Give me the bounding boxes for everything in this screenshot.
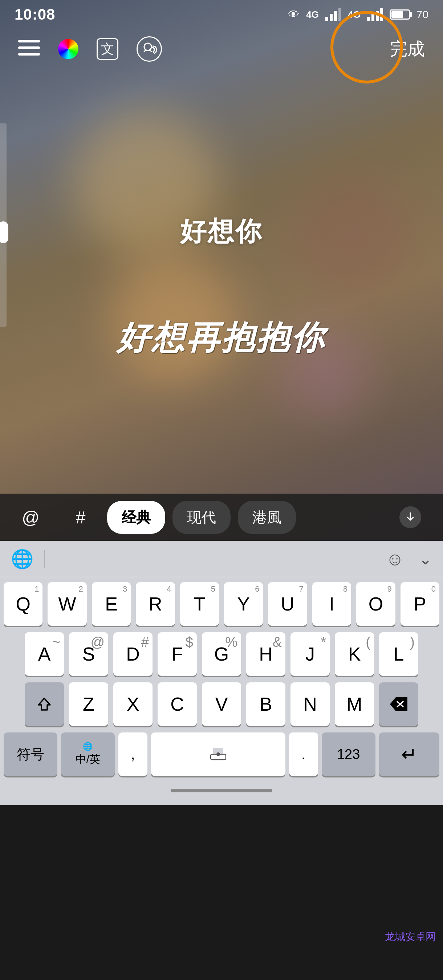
keyboard-toolbar: 🌐 ☺ ⌄ <box>0 541 443 577</box>
key-o[interactable]: 9O <box>356 582 395 626</box>
key-g[interactable]: %G <box>202 632 241 676</box>
status-icons: 👁 4G 4G 70 <box>288 8 429 21</box>
key-return[interactable]: ↵ <box>379 732 439 776</box>
emoji-icon[interactable]: ☺ <box>386 549 404 570</box>
svg-rect-9 <box>18 46 40 49</box>
status-bar: 10:08 👁 4G 4G 70 <box>0 0 443 29</box>
color-picker-icon[interactable] <box>58 39 78 59</box>
key-y[interactable]: 6Y <box>224 582 263 626</box>
svg-rect-6 <box>376 11 379 21</box>
done-button[interactable]: 完成 <box>390 37 425 60</box>
key-a[interactable]: ~A <box>25 632 64 676</box>
key-x[interactable]: X <box>113 682 153 726</box>
toolbar: 文 完成 <box>0 29 443 69</box>
svg-rect-10 <box>18 53 40 56</box>
signal-4g-2-icon: 4G <box>348 9 360 20</box>
keyboard-area: 🌐 ☺ ⌄ 1Q 2W 3E 4R 5T 6Y 7U 8I 9O 0P ~A @… <box>0 541 443 805</box>
battery-fill <box>392 11 403 18</box>
key-v[interactable]: V <box>202 682 241 726</box>
key-e[interactable]: 3E <box>92 582 131 626</box>
font-download-button[interactable] <box>400 506 421 528</box>
main-content: 好想你 好想再抱抱你 <box>0 0 443 555</box>
key-q[interactable]: 1Q <box>4 582 43 626</box>
key-k[interactable]: (K <box>335 632 374 676</box>
key-z[interactable]: Z <box>69 682 108 726</box>
voice-ai-icon[interactable] <box>137 36 162 62</box>
eye-icon: 👁 <box>288 8 300 21</box>
key-s[interactable]: @S <box>69 632 108 676</box>
lyric-text-2[interactable]: 好想再抱抱你 <box>117 316 326 360</box>
keyboard-globe-icon[interactable]: 🌐 <box>11 549 33 570</box>
toolbar-left: 文 <box>18 36 162 62</box>
key-row-4: 符号 🌐 中/英 , . 123 ↵ <box>4 732 439 776</box>
key-t[interactable]: 5T <box>180 582 219 626</box>
svg-point-12 <box>153 51 155 53</box>
font-modern-button[interactable]: 现代 <box>172 501 231 534</box>
key-lang[interactable]: 🌐 中/英 <box>61 732 115 776</box>
key-row-2: ~A @S #D $F %G &H *J (K )L <box>4 632 439 676</box>
svg-rect-7 <box>380 8 383 21</box>
svg-rect-2 <box>334 11 337 21</box>
menu-icon[interactable] <box>18 39 40 59</box>
svg-rect-1 <box>330 14 333 21</box>
key-comma[interactable]: , <box>118 732 147 776</box>
key-j[interactable]: *J <box>290 632 330 676</box>
kb-separator <box>44 550 45 568</box>
lyric-text-1[interactable]: 好想你 <box>180 214 263 249</box>
battery-icon <box>390 10 410 20</box>
key-r[interactable]: 4R <box>136 582 175 626</box>
kb-toolbar-right: ☺ ⌄ <box>386 549 432 570</box>
key-d[interactable]: #D <box>113 632 153 676</box>
key-c[interactable]: C <box>158 682 197 726</box>
text-style-icon[interactable]: 文 <box>97 38 118 60</box>
home-indicator <box>171 789 272 792</box>
scroll-thumb[interactable] <box>0 221 8 243</box>
svg-point-15 <box>217 752 220 756</box>
hide-keyboard-icon[interactable]: ⌄ <box>419 549 432 568</box>
watermark: 龙城安卓网 <box>385 930 436 944</box>
svg-rect-3 <box>338 8 341 21</box>
svg-rect-4 <box>367 17 370 21</box>
key-rows: 1Q 2W 3E 4R 5T 6Y 7U 8I 9O 0P ~A @S #D $… <box>0 577 443 776</box>
at-button[interactable]: @ <box>7 501 54 534</box>
status-time: 10:08 <box>14 6 55 23</box>
text-icon-label: 文 <box>101 40 114 58</box>
hash-button[interactable]: # <box>61 501 100 534</box>
svg-point-11 <box>144 43 151 51</box>
svg-rect-8 <box>18 40 40 43</box>
key-n[interactable]: N <box>290 682 330 726</box>
signal-bars-1-icon <box>325 8 341 21</box>
key-fuhaos[interactable]: 符号 <box>4 732 57 776</box>
font-classic-button[interactable]: 经典 <box>107 501 165 534</box>
kb-toolbar-left: 🌐 <box>11 549 45 570</box>
font-hk-button[interactable]: 港風 <box>238 501 296 534</box>
key-delete[interactable] <box>379 682 418 726</box>
key-space[interactable] <box>151 732 285 776</box>
key-123[interactable]: 123 <box>322 732 376 776</box>
key-period[interactable]: . <box>289 732 318 776</box>
home-indicator-bar <box>0 776 443 805</box>
key-m[interactable]: M <box>335 682 374 726</box>
key-shift[interactable] <box>25 682 64 726</box>
key-h[interactable]: &H <box>246 632 285 676</box>
signal-4g-icon: 4G <box>306 9 319 20</box>
key-f[interactable]: $F <box>158 632 197 676</box>
key-l[interactable]: )L <box>379 632 418 676</box>
signal-bars-2-icon <box>367 8 383 21</box>
svg-rect-5 <box>371 14 374 21</box>
key-row-1: 1Q 2W 3E 4R 5T 6Y 7U 8I 9O 0P <box>4 582 439 626</box>
bokeh-2 <box>298 181 407 290</box>
key-b[interactable]: B <box>246 682 285 726</box>
scroll-track[interactable] <box>0 123 6 327</box>
svg-rect-0 <box>325 17 328 21</box>
font-selector: @ # 经典 现代 港風 <box>0 494 443 541</box>
key-p[interactable]: 0P <box>400 582 439 626</box>
key-row-3: Z X C V B N M <box>4 682 439 726</box>
battery-level: 70 <box>416 8 429 21</box>
key-w[interactable]: 2W <box>48 582 86 626</box>
key-u[interactable]: 7U <box>268 582 307 626</box>
key-i[interactable]: 8I <box>312 582 351 626</box>
